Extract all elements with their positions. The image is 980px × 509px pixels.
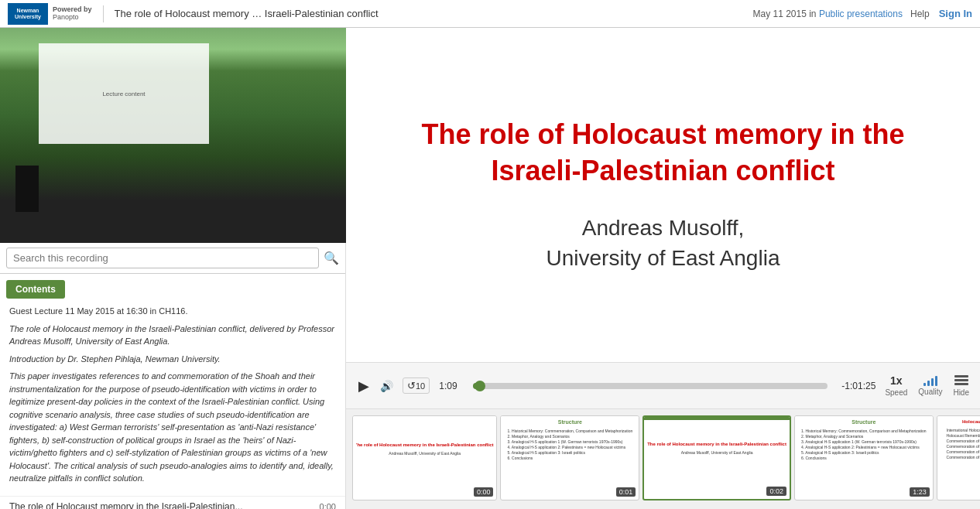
current-time: 1:09 — [439, 381, 464, 391]
search-input[interactable] — [6, 248, 319, 268]
recording-title: The role of Holocaust memory … Israeli-P… — [115, 8, 745, 19]
main-layout: Lecture content 🔍 Contents Guest Lecture… — [0, 28, 980, 509]
slide-author: Andreas Musolff, University of East Angl… — [377, 213, 949, 273]
powered-by-area: Powered by Panopto — [53, 6, 92, 22]
total-time: -1:01:25 — [837, 381, 875, 391]
thumb-active-bar — [644, 417, 790, 420]
desc-line1: Guest Lecture 11 May 2015 at 16:30 in CH… — [9, 305, 336, 318]
thumb-list: 1. Historical Memory: Commemoration, Com… — [504, 427, 636, 463]
toc-list: The role of Holocaust memory in the Isra… — [0, 496, 345, 510]
thumb-subtitle: Andreas Musolff, University of East Angl… — [356, 451, 493, 456]
thumb-slide: Holocaust Commemoration International Ho… — [937, 416, 980, 482]
thumb-title: Structure — [852, 419, 875, 425]
slide-content: The role of Holocaust memory in the Isra… — [346, 86, 980, 304]
search-button[interactable]: 🔍 — [324, 251, 339, 265]
signin-button[interactable]: Sign In — [939, 8, 972, 19]
contents-panel: Contents Guest Lecture 11 May 2015 at 16… — [0, 274, 345, 509]
speed-label: Speed — [885, 388, 907, 397]
thumb-time: 0:01 — [616, 487, 636, 497]
video-placeholder: Lecture content — [0, 28, 346, 243]
header-right: Help Sign In — [910, 8, 972, 19]
hide-control[interactable]: Hide — [953, 375, 969, 397]
thumb-content: 'he role of Holocaust memory in the Isra… — [356, 442, 493, 455]
projection-screen: Lecture content — [39, 43, 209, 144]
thumb-slide: The role of Holocaust memory in the Isra… — [644, 417, 790, 480]
controls-row: ▶ 🔊 ↺ 10 1:09 -1:01:25 1x Speed — [357, 374, 969, 397]
progress-bar[interactable] — [473, 383, 828, 389]
thumb-title: Holocaust Commemoration — [962, 419, 980, 425]
thumb-list: International Holocaust Day Holocaust Re… — [944, 426, 980, 462]
controls-right: 1x Speed Quality — [885, 374, 969, 397]
category-link[interactable]: Public presentations — [819, 9, 903, 19]
desc-line4: This paper investigates references to an… — [9, 370, 336, 485]
screen-content: Lecture content — [102, 91, 145, 97]
thumb-time: 0:02 — [766, 487, 786, 496]
thumbnail-item[interactable]: Structure 1. Historical Memory: Commemor… — [794, 415, 934, 500]
university-name: Newman University — [8, 8, 48, 19]
hide-label: Hide — [953, 388, 969, 397]
description-area: Guest Lecture 11 May 2015 at 16:30 in CH… — [0, 299, 345, 496]
slide-area: The role of Holocaust memory in the Isra… — [346, 28, 980, 362]
thumb-time: 0:00 — [474, 487, 494, 497]
search-bar: 🔍 — [0, 243, 345, 274]
hide-icon — [954, 375, 968, 385]
desc-line2: The role of Holocaust memory in the Isra… — [9, 323, 336, 348]
desc-line3: Introduction by Dr. Stephen Pihlaja, New… — [9, 353, 336, 366]
bar3 — [931, 378, 934, 386]
rewind-label: 10 — [416, 381, 425, 391]
volume-button[interactable]: 🔊 — [380, 380, 393, 392]
toc-title: The role of Holocaust memory in the Isra… — [9, 501, 309, 510]
toc-item[interactable]: The role of Holocaust memory in the Isra… — [0, 496, 345, 510]
rewind-control[interactable]: ↺ 10 — [403, 377, 430, 394]
in-text: in — [809, 9, 816, 19]
bar2 — [927, 381, 930, 386]
speaker-figure — [15, 166, 39, 212]
author-line2: University of East Anglia — [547, 246, 780, 270]
author-line1: Andreas Musolff, — [582, 216, 745, 240]
date-text: May 11 2015 — [752, 9, 806, 19]
powered-by-text: Powered by Panopto — [53, 6, 92, 22]
header: Newman University Powered by Panopto The… — [0, 0, 980, 28]
thumbnail-item[interactable]: Structure 1. Historical Memory: Commemor… — [500, 415, 639, 500]
thumbnail-item[interactable]: Holocaust Commemoration International Ho… — [937, 415, 980, 500]
thumb-slide: 'he role of Holocaust memory in the Isra… — [353, 416, 496, 482]
bar4 — [935, 376, 937, 386]
date-info: May 11 2015 in Public presentations — [752, 9, 903, 19]
hide-bar1 — [954, 375, 968, 377]
progress-handle — [475, 381, 485, 391]
thumbnails-row: 'he role of Holocaust memory in the Isra… — [346, 408, 980, 509]
hide-bar3 — [954, 383, 968, 385]
university-logo: Newman University — [8, 3, 48, 25]
thumb-title: Structure — [558, 419, 582, 425]
thumb-time: 1:23 — [910, 487, 930, 497]
video-area: Lecture content — [0, 28, 346, 243]
play-button[interactable]: ▶ — [357, 376, 371, 396]
bar1 — [923, 383, 926, 386]
thumbnail-item[interactable]: 'he role of Holocaust memory in the Isra… — [352, 415, 497, 500]
thumbnail-item-active[interactable]: The role of Holocaust memory in the Isra… — [642, 415, 791, 500]
contents-label: Contents — [6, 280, 65, 299]
help-button[interactable]: Help — [910, 9, 930, 19]
speed-control[interactable]: 1x Speed — [885, 374, 907, 397]
left-panel: Lecture content 🔍 Contents Guest Lecture… — [0, 28, 346, 509]
rewind-icon: ↺ — [407, 380, 416, 391]
thumb-list: 1. Historical Memory: Commemoration, Com… — [798, 427, 930, 463]
thumb-title: 'he role of Holocaust memory in the Isra… — [356, 442, 493, 448]
thumb-subtitle: Andreas Musolff, University of East Angl… — [647, 450, 786, 455]
slide-title: The role of Holocaust memory in the Isra… — [377, 117, 949, 190]
hide-bar2 — [954, 379, 968, 381]
thumb-content: The role of Holocaust memory in the Isra… — [647, 442, 786, 454]
speed-value: 1x — [890, 374, 903, 387]
right-panel: The role of Holocaust memory in the Isra… — [346, 28, 980, 509]
quality-label: Quality — [918, 388, 942, 396]
logo-area: Newman University Powered by Panopto — [8, 3, 92, 25]
quality-bars-icon — [923, 375, 937, 386]
thumb-slide: Structure 1. Historical Memory: Commemor… — [501, 416, 639, 482]
thumb-slide: Structure 1. Historical Memory: Commemor… — [795, 416, 933, 482]
player-controls: ▶ 🔊 ↺ 10 1:09 -1:01:25 1x Speed — [346, 362, 980, 408]
thumb-title: The role of Holocaust memory in the Isra… — [647, 442, 786, 447]
toc-time: 0:00 — [309, 502, 336, 510]
header-divider — [103, 5, 104, 22]
quality-control[interactable]: Quality — [918, 375, 942, 396]
